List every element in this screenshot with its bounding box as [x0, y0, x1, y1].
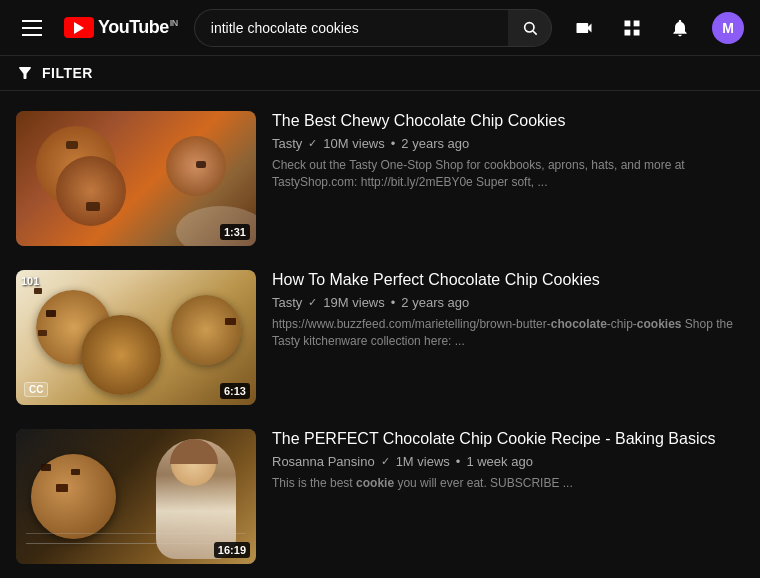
hamburger-button[interactable] — [16, 12, 48, 44]
verified-icon-2: ✓ — [308, 296, 317, 309]
video-meta-2: Tasty ✓ 19M views • 2 years ago — [272, 295, 744, 310]
video-duration-1: 1:31 — [220, 224, 250, 240]
view-count-2: 19M views — [323, 295, 384, 310]
filter-label: FILTER — [42, 65, 93, 81]
channel-name-2: Tasty — [272, 295, 302, 310]
grid-icon — [622, 18, 642, 38]
bell-icon — [670, 18, 690, 38]
search-icon — [522, 20, 538, 36]
thumbnail-1: 1:31 — [16, 111, 256, 246]
svg-rect-5 — [634, 29, 640, 35]
separator-1: • — [391, 136, 396, 151]
video-item[interactable]: 16:19 The PERFECT Chocolate Chip Cookie … — [0, 417, 760, 569]
video-info-3: The PERFECT Chocolate Chip Cookie Recipe… — [272, 429, 744, 564]
separator-2: • — [391, 295, 396, 310]
search-button[interactable] — [508, 9, 552, 47]
thumbnail-2: 101 6:13 CC — [16, 270, 256, 405]
video-age-2: 2 years ago — [401, 295, 469, 310]
notifications-button[interactable] — [664, 12, 696, 44]
youtube-icon-bg — [64, 17, 94, 38]
verified-icon-1: ✓ — [308, 137, 317, 150]
channel-name-1: Tasty — [272, 136, 302, 151]
youtube-play-icon — [74, 22, 84, 34]
search-input[interactable] — [194, 9, 508, 47]
svg-rect-3 — [634, 20, 640, 26]
view-count-1: 10M views — [323, 136, 384, 151]
filter-icon — [16, 64, 34, 82]
results-container: 1:31 The Best Chewy Chocolate Chip Cooki… — [0, 91, 760, 569]
svg-rect-4 — [625, 29, 631, 35]
video-info-1: The Best Chewy Chocolate Chip Cookies Ta… — [272, 111, 744, 246]
video-item[interactable]: 1:31 The Best Chewy Chocolate Chip Cooki… — [0, 99, 760, 258]
view-count-3: 1M views — [396, 454, 450, 469]
create-button[interactable] — [568, 12, 600, 44]
video-age-1: 2 years ago — [401, 136, 469, 151]
video-title-3: The PERFECT Chocolate Chip Cookie Recipe… — [272, 429, 744, 450]
thumbnail-3: 16:19 — [16, 429, 256, 564]
video-title-1: The Best Chewy Chocolate Chip Cookies — [272, 111, 744, 132]
verified-icon-3: ✓ — [381, 455, 390, 468]
video-duration-2: 6:13 — [220, 383, 250, 399]
channel-name-3: Rosanna Pansino — [272, 454, 375, 469]
video-camera-icon — [574, 18, 594, 38]
search-bar — [194, 9, 552, 47]
video-desc-1: Check out the Tasty One-Stop Shop for co… — [272, 157, 744, 191]
svg-line-1 — [533, 31, 537, 35]
avatar[interactable]: M — [712, 12, 744, 44]
grid-button[interactable] — [616, 12, 648, 44]
hamburger-icon — [18, 16, 46, 40]
video-meta-3: Rosanna Pansino ✓ 1M views • 1 week ago — [272, 454, 744, 469]
video-item[interactable]: 101 6:13 CC How To Make Perfect Chocolat… — [0, 258, 760, 417]
svg-point-0 — [524, 22, 533, 31]
video-desc-3: This is the best cookie you will ever ea… — [272, 475, 744, 492]
header-left: YouTubeIN — [16, 12, 178, 44]
youtube-logo[interactable]: YouTubeIN — [64, 17, 178, 38]
video-title-2: How To Make Perfect Chocolate Chip Cooki… — [272, 270, 744, 291]
video-age-3: 1 week ago — [466, 454, 533, 469]
video-info-2: How To Make Perfect Chocolate Chip Cooki… — [272, 270, 744, 405]
youtube-country: IN — [170, 18, 178, 28]
filter-bar: FILTER — [0, 56, 760, 91]
separator-3: • — [456, 454, 461, 469]
svg-rect-2 — [625, 20, 631, 26]
video-duration-3: 16:19 — [214, 542, 250, 558]
video-meta-1: Tasty ✓ 10M views • 2 years ago — [272, 136, 744, 151]
video-desc-2: https://www.buzzfeed.com/marietelling/br… — [272, 316, 744, 350]
cc-badge-2: CC — [24, 382, 48, 397]
header-right: M — [568, 12, 744, 44]
header: YouTubeIN M — [0, 0, 760, 56]
youtube-wordmark: YouTubeIN — [98, 17, 178, 38]
